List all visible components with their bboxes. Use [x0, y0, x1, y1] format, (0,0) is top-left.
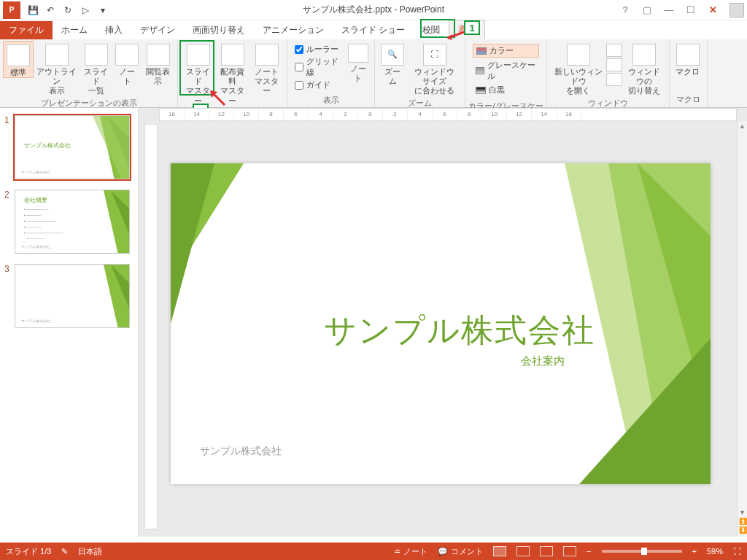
tab-slideshow[interactable]: スライド ショー — [333, 21, 414, 39]
notes-pane-button[interactable]: ノート — [344, 41, 371, 83]
grayscale-mode-button[interactable]: グレースケール — [473, 59, 539, 82]
guides-checkbox[interactable]: ガイド — [295, 79, 340, 90]
fit-to-window-button[interactable]: ⛶ — [733, 547, 741, 556]
close-icon[interactable]: ✕ — [703, 3, 722, 18]
label: マクロ — [676, 67, 700, 77]
user-avatar[interactable] — [729, 3, 744, 18]
redo-icon[interactable]: ↻ — [60, 2, 76, 18]
tab-file[interactable]: ファイル — [0, 21, 53, 39]
status-slide-number[interactable]: スライド 1/3 — [6, 546, 51, 557]
thumbnail-item[interactable]: 2 会社概要 ▪ ――――――▪ ――――▪ ――――――――▪ ――――▪ ―… — [4, 190, 133, 254]
status-comments-button[interactable]: 💬 コメント — [438, 546, 483, 557]
new-window-button[interactable]: 新しいウィンドウ を開く — [550, 41, 606, 96]
thumb-title: 会社概要 — [24, 196, 47, 204]
normal-view-icon — [7, 44, 30, 66]
horizontal-ruler[interactable]: 1614121086420246810121416 — [159, 108, 737, 121]
thumbnail-1[interactable]: サンプル株式会社 サンプル株式会社 — [15, 115, 130, 179]
color-mode-button[interactable]: カラー — [473, 44, 539, 58]
guide-check-input[interactable] — [295, 81, 303, 90]
group-label: マクロ — [673, 93, 704, 107]
notes-master-button[interactable]: ノート マスター — [249, 41, 284, 96]
start-slideshow-icon[interactable]: ▷ — [77, 2, 93, 18]
vertical-scrollbar[interactable]: ▲ ▼ ⏫ ⏬ — [737, 121, 747, 537]
tab-home[interactable]: ホーム — [53, 21, 96, 39]
switch-window-icon — [632, 44, 656, 66]
sorter-view-icon — [85, 44, 108, 66]
undo-icon[interactable]: ↶ — [42, 2, 58, 18]
tab-animation[interactable]: アニメーション — [254, 21, 333, 39]
view-normal-button[interactable]: 標準 — [3, 41, 34, 78]
minimize-icon[interactable]: — — [659, 3, 678, 18]
view-reading-button[interactable]: 閲覧表示 — [142, 41, 174, 86]
fit-window-button[interactable]: ⛶ウィンドウ サイズ に合わせる — [407, 41, 462, 96]
zoom-in-button[interactable]: + — [692, 547, 697, 556]
reading-view-icon — [147, 44, 170, 66]
next-slide-icon[interactable]: ⏬ — [739, 526, 746, 534]
zoom-icon: 🔍 — [381, 44, 404, 66]
arrange-all-button[interactable] — [606, 44, 622, 57]
macro-button[interactable]: マクロ — [673, 41, 703, 77]
label: スライド 一覧 — [82, 67, 109, 96]
maximize-icon[interactable]: ☐ — [681, 3, 700, 18]
help-icon[interactable]: ? — [616, 3, 635, 18]
thumb-number: 2 — [4, 190, 15, 200]
slide-canvas[interactable]: サンプル株式会社 会社案内 サンプル株式会社 — [171, 163, 711, 484]
thumbnail-2[interactable]: 会社概要 ▪ ――――――▪ ――――▪ ――――――――▪ ――――▪ ―――… — [15, 190, 130, 254]
slide-editor: 1614121086420246810121416 サンプル株式会社 会社案内 … — [139, 108, 747, 537]
macro-icon — [676, 44, 700, 66]
slide-subtitle-text[interactable]: 会社案内 — [521, 354, 565, 368]
group-show: ルーラー グリッド線 ガイド ノート 表示 — [287, 39, 375, 107]
status-bar: スライド 1/3 ✎ 日本語 ≐ ノート 💬 コメント − + 59% ⛶ — [0, 542, 747, 560]
app-icon: P — [3, 1, 20, 19]
grid-check-input[interactable] — [295, 63, 303, 71]
workspace: 1 サンプル株式会社 サンプル株式会社 2 会社概要 ▪ ――――――▪ ―――… — [0, 108, 747, 537]
notes-master-icon — [255, 44, 279, 66]
group-zoom: 🔍ズーム ⛶ウィンドウ サイズ に合わせる ズーム — [375, 39, 465, 107]
thumbnail-3[interactable]: サンプル株式会社 — [15, 264, 130, 328]
thumbnail-item[interactable]: 3 サンプル株式会社 — [4, 264, 133, 328]
tab-insert[interactable]: 挿入 — [96, 21, 131, 39]
cascade-button[interactable] — [606, 58, 622, 71]
scroll-down-icon[interactable]: ▼ — [739, 509, 746, 516]
view-mode-sorter-button[interactable] — [516, 546, 530, 556]
slide-master-icon — [187, 44, 210, 66]
zoom-slider-knob[interactable] — [641, 548, 647, 555]
scroll-up-icon[interactable]: ▲ — [739, 122, 746, 130]
move-split-button[interactable] — [606, 73, 622, 86]
status-notes-button[interactable]: ≐ ノート — [394, 546, 427, 557]
ruler-check-input[interactable] — [295, 45, 303, 54]
spellcheck-icon[interactable]: ✎ — [61, 547, 68, 556]
prev-slide-icon[interactable]: ⏫ — [739, 518, 746, 525]
view-sorter-button[interactable]: スライド 一覧 — [80, 41, 112, 96]
zoom-button[interactable]: 🔍ズーム — [378, 41, 407, 86]
group-presentation-views: 標準 アウトライン 表示 スライド 一覧 ノート 閲覧表示 プレゼンテーションの… — [0, 39, 178, 107]
annotation-callout-1: 1 — [464, 20, 480, 35]
tab-review[interactable]: 校閲 — [414, 21, 449, 39]
view-notes-button[interactable]: ノート — [112, 41, 142, 86]
slide-title-text[interactable]: サンプル株式会社 — [324, 309, 595, 352]
label: 標準 — [10, 68, 26, 77]
thumbnail-item[interactable]: 1 サンプル株式会社 サンプル株式会社 — [4, 115, 133, 179]
zoom-slider[interactable] — [602, 550, 682, 553]
thumb-number: 1 — [4, 115, 15, 125]
ribbon-options-icon[interactable]: ▢ — [638, 3, 657, 18]
tab-design[interactable]: デザイン — [131, 21, 184, 39]
vertical-ruler[interactable] — [144, 124, 158, 529]
switch-window-button[interactable]: ウィンドウの 切り替え — [622, 41, 666, 96]
view-mode-normal-button[interactable] — [493, 546, 506, 556]
save-icon[interactable]: 💾 — [25, 2, 41, 18]
view-mode-slideshow-button[interactable] — [563, 546, 576, 556]
view-mode-reading-button[interactable] — [540, 546, 553, 556]
status-zoom-level[interactable]: 59% — [707, 547, 723, 556]
bw-mode-button[interactable]: 白黒 — [473, 84, 539, 96]
qat-dropdown-icon[interactable]: ▾ — [95, 2, 111, 18]
tab-transition[interactable]: 画面切り替え — [184, 21, 254, 39]
zoom-out-button[interactable]: − — [587, 547, 591, 556]
notes-pane-icon — [348, 44, 368, 63]
gridlines-checkbox[interactable]: グリッド線 — [295, 56, 340, 78]
status-language[interactable]: 日本語 — [78, 546, 102, 557]
view-outline-button[interactable]: アウトライン 表示 — [34, 41, 80, 96]
ruler-checkbox[interactable]: ルーラー — [295, 44, 340, 55]
slide-footer-text[interactable]: サンプル株式会社 — [200, 445, 282, 458]
group-window: 新しいウィンドウ を開く ウィンドウの 切り替え ウィンドウ — [547, 39, 670, 107]
